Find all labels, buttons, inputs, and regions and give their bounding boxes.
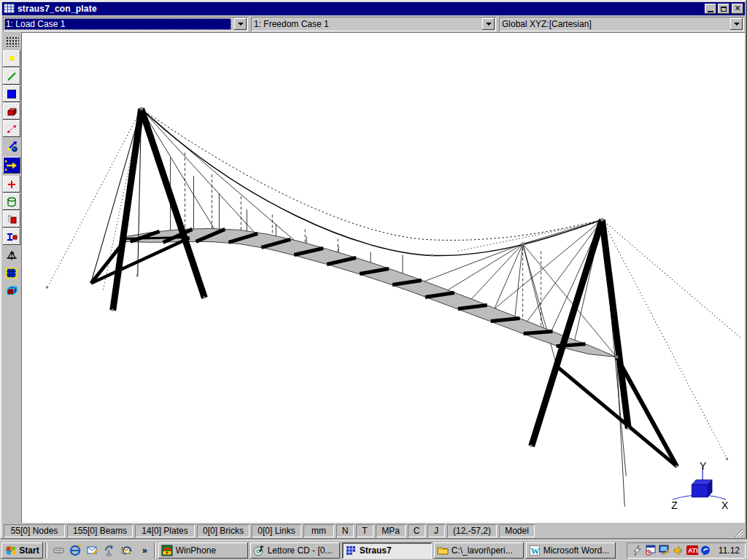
load-case-value: 1: Load Case 1 (4, 18, 231, 30)
left-pylon (91, 109, 205, 310)
start-button[interactable]: Start (1, 542, 43, 559)
add-node-tool-button[interactable] (3, 176, 20, 192)
separator (154, 542, 156, 559)
right-pylon (532, 219, 678, 507)
beam-section-icon (6, 231, 18, 243)
unit-stress: MPa (376, 524, 406, 537)
taskbar-button-label: Straus7 (360, 545, 392, 556)
resize-grip[interactable] (733, 527, 743, 537)
app-icon (4, 4, 15, 14)
cd-icon (253, 545, 265, 556)
unit-temperature: C (408, 524, 425, 537)
unit-length: mm (303, 524, 334, 537)
volume-icon[interactable] (673, 545, 684, 556)
nodes-count: 55[0] Nodes (4, 524, 65, 537)
model-viewport[interactable]: Y Z X (21, 32, 745, 523)
taskbar-button-word[interactable]: W Microsoft Word... (526, 542, 616, 559)
entity-toolbar (2, 32, 21, 523)
freedom-case-dropdown-button[interactable] (482, 18, 495, 30)
beam-property-tool-button[interactable] (3, 193, 20, 210)
straus7-icon (345, 545, 357, 556)
window-title: straus7_con_plate (18, 4, 705, 14)
taskbar-button-label: Microsoft Word... (543, 545, 609, 556)
beam-tool-button[interactable] (3, 68, 20, 85)
grid-handle-icon[interactable] (3, 33, 20, 50)
show-desktop-icon[interactable] (53, 544, 65, 556)
right-backstay-cables (602, 219, 742, 459)
mode-indicator: Model (499, 524, 535, 537)
axis-triad: Y Z X (671, 460, 729, 511)
coordinate-system-dropdown-button[interactable] (730, 18, 743, 30)
bridge-deck (122, 228, 617, 357)
taskbar-button-straus7[interactable]: Straus7 (342, 542, 432, 559)
task-scheduler-icon[interactable] (645, 545, 657, 556)
status-bar: 55[0] Nodes 155[0] Beams 14[0] Plates 0[… (2, 523, 745, 538)
plus-icon (6, 179, 18, 190)
unit-force: N (336, 524, 354, 537)
beams-count: 155[0] Beams (67, 524, 133, 537)
minimize-button[interactable] (705, 4, 716, 14)
bricks-count: 0[0] Bricks (197, 524, 249, 537)
folder-icon (437, 545, 449, 556)
taskbar-button-winphone[interactable]: WinPhone (158, 542, 248, 559)
brick-icon (6, 106, 18, 117)
plate-property-tool-button[interactable] (3, 211, 20, 228)
outlook-express-icon[interactable] (86, 544, 98, 556)
move-tool-button[interactable] (3, 157, 20, 174)
netmeeting-icon[interactable] (103, 544, 115, 556)
bridge-model: Y Z X (21, 32, 745, 523)
plate-property-icon (6, 214, 18, 225)
ati-label: ATI (688, 547, 698, 554)
beam-section-tool-button[interactable] (3, 228, 20, 245)
taskbar-button-cd-player[interactable]: Lettore CD - [0... (250, 542, 340, 559)
node-icon (6, 53, 18, 65)
link-tool-button[interactable] (3, 120, 20, 137)
move-arrow-icon (5, 160, 18, 171)
separator (45, 542, 47, 559)
taskbar-button-explorer-folder[interactable]: C:\_lavori\peri... (434, 542, 524, 559)
unit-energy: J (427, 524, 445, 537)
plate-grid-tool-button[interactable] (3, 265, 20, 281)
plates-count: 14[0] Plates (135, 524, 195, 537)
internet-explorer-icon[interactable] (69, 544, 82, 556)
load-case-combobox[interactable]: 1: Load Case 1 (3, 17, 248, 31)
node-symbol-icon (6, 249, 18, 262)
winphone-icon (161, 545, 173, 556)
plate-icon (6, 88, 18, 100)
quick-launch-overflow-chevron[interactable]: » (136, 545, 149, 556)
cursor-coordinates: (12,-57,2) (447, 524, 497, 537)
display-settings-icon[interactable] (659, 545, 670, 556)
messenger-icon[interactable] (700, 545, 712, 556)
axis-y-label: Y (700, 460, 707, 472)
freedom-case-combobox[interactable]: 1: Freedom Case 1 (251, 17, 496, 31)
maximize-button[interactable] (718, 4, 729, 14)
links-count: 0[0] Links (252, 524, 301, 537)
taskbar-button-label: C:\_lavori\peri... (452, 545, 513, 556)
unit-mass: T (356, 524, 374, 537)
taskbar: Start » WinPhone Lettore CD - (0, 540, 747, 560)
case-toolbar: 1: Load Case 1 1: Freedom Case 1 Global … (2, 15, 745, 32)
node-symbol-tool-button[interactable] (3, 247, 20, 264)
attach-tool-button[interactable] (3, 138, 20, 155)
system-tray: ATI 11.12 (627, 542, 746, 559)
straus7-window: straus7_con_plate ✕ 1: Load Case 1 1: Fr… (0, 0, 747, 540)
quick-launch: » (50, 544, 152, 556)
taskbar-button-label: WinPhone (176, 545, 216, 556)
taskbar-clock[interactable]: 11.12 (714, 545, 740, 556)
load-case-dropdown-button[interactable] (234, 18, 247, 30)
coordinate-system-combobox[interactable]: Global XYZ:[Cartesian] (499, 17, 744, 31)
attach-icon (6, 140, 18, 152)
close-button[interactable]: ✕ (732, 4, 743, 14)
brick-tool-button[interactable] (3, 103, 20, 120)
brick-grid-tool-button[interactable] (3, 282, 20, 299)
word-icon: W (529, 545, 541, 556)
windows-logo-icon (5, 545, 17, 556)
power-status-icon[interactable] (631, 545, 643, 556)
plate-tool-button[interactable] (3, 85, 20, 102)
node-tool-button[interactable] (3, 50, 20, 67)
axis-z-label: Z (671, 499, 678, 511)
brick-grid-icon (5, 284, 18, 298)
ati-settings-icon[interactable]: ATI (686, 545, 698, 556)
mail-channel-icon[interactable] (120, 544, 132, 556)
beam-icon (6, 71, 18, 82)
